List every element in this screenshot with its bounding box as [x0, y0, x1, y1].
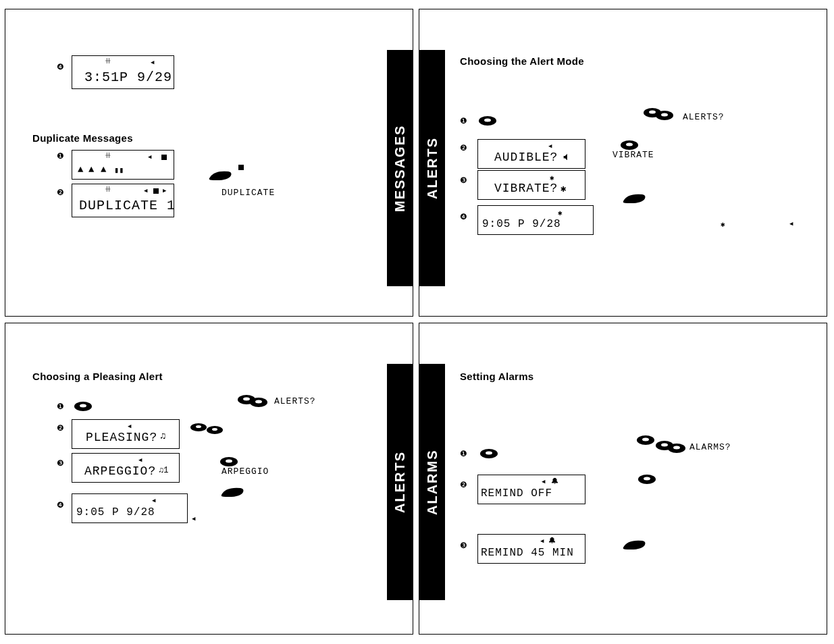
step-3-marker: ❸ — [57, 458, 64, 468]
svg-point-13 — [255, 400, 262, 404]
vibrate-icon: ✱ — [558, 209, 563, 217]
pager-button-icon — [622, 538, 646, 550]
bell-icon: 🔔︎ — [551, 477, 559, 487]
pager-button-icon — [479, 448, 499, 460]
caption-duplicate: DUPLICATE — [221, 188, 275, 198]
right-arrow-icon: ▶ — [163, 187, 166, 194]
lcd-vibrate-text: VIBRATE? — [494, 182, 558, 195]
svg-point-21 — [486, 452, 492, 455]
pager-button-icon — [477, 115, 498, 127]
step-1-marker: ❶ — [57, 402, 64, 411]
step-3-marker: ❸ — [460, 541, 467, 550]
svg-point-29 — [644, 477, 650, 481]
step-4-marker: ❹ — [57, 500, 64, 510]
step-3-marker: ❸ — [460, 176, 467, 185]
step-4-marker: ❹ — [460, 212, 467, 221]
pager-button-icon — [637, 473, 657, 485]
pager-button-icon — [249, 396, 269, 408]
tower-icon: ▲ — [101, 164, 106, 175]
step-2-marker: ❷ — [460, 143, 467, 153]
signal-icon: ꔠ — [105, 186, 111, 194]
tab-alarms: ALARMS — [419, 364, 445, 600]
lcd-arpeggio-text: ARPEGGIO? — [84, 464, 156, 478]
pager-button-icon — [220, 485, 244, 498]
left-arrow-icon: ◀ — [128, 423, 131, 430]
square-icon — [238, 165, 244, 170]
signal-icon: ꔠ — [105, 57, 111, 65]
svg-point-1 — [484, 119, 491, 122]
lcd-arpeggio: ◀ ARPEGGIO? ♫1 — [72, 453, 180, 483]
music-note-icon: ♫ — [160, 431, 165, 441]
svg-point-5 — [661, 113, 668, 117]
heading-alert-mode: Choosing the Alert Mode — [460, 55, 584, 67]
pager-button-icon — [205, 425, 224, 435]
svg-point-17 — [212, 428, 217, 431]
heading-setting-alarms: Setting Alarms — [460, 371, 534, 382]
lcd-remind-off: ◀ 🔔︎ REMIND OFF — [477, 475, 585, 504]
lcd-time: ◀ 9:05 P 9/28 — [72, 493, 188, 523]
heading-pleasing-alert: Choosing a Pleasing Alert — [32, 371, 163, 382]
vibrate-icon: ✱ — [721, 220, 725, 229]
step-2-marker: ❷ — [57, 423, 64, 433]
lcd-remind-45-text: REMIND 45 MIN — [481, 547, 574, 559]
pager-button-icon — [622, 192, 646, 204]
lcd-time: ꔠ ◀ 3:51P 9/29 — [72, 55, 174, 89]
svg-point-9 — [80, 404, 86, 408]
lcd-pleasing-text: PLEASING? — [86, 431, 157, 444]
caption-arpeggio: ARPEGGIO — [221, 466, 269, 477]
step-1-marker: ❶ — [460, 449, 467, 458]
square-icon — [161, 155, 167, 160]
caption-alerts: ALERTS? — [683, 112, 725, 122]
left-arrow-icon: ◀ — [542, 478, 545, 485]
left-arrow-icon: ◀ — [789, 220, 793, 227]
lcd-audible: ◀ AUDIBLE? 🔈︎ — [477, 139, 585, 169]
pager-button-icon — [208, 169, 232, 181]
panel-pleasing-alert: ALERTS Choosing a Pleasing Alert ❶ ALERT… — [5, 323, 413, 635]
lcd-time-text: 9:05 P 9/28 — [76, 506, 155, 518]
lcd-time-text: 9:05 P 9/28 — [482, 218, 561, 230]
lcd-icons: ꔠ ◀ ▲ ▲ ▲ ▮▮ — [72, 150, 174, 180]
lcd-time-text: 3:51P 9/29 — [84, 70, 172, 85]
pager-button-icon — [635, 434, 656, 446]
vibrate-icon: ✱ — [561, 183, 566, 194]
lcd-duplicate-text: DUPLICATE 1 — [79, 198, 176, 213]
panel-alert-mode: ALERTS Choosing the Alert Mode ❶ ALERTS?… — [419, 9, 827, 317]
lcd-duplicate: ꔠ ◀ ▶ DUPLICATE 1 — [72, 184, 174, 217]
square-icon — [153, 188, 159, 194]
music-note-icon: ♫1 — [159, 466, 168, 475]
pager-button-icon — [654, 109, 675, 122]
panel-messages: MESSAGES ❹ ꔠ ◀ 3:51P 9/29 Duplicate Mess… — [5, 9, 413, 317]
lcd-vibrate: ✱ VIBRATE? ✱ — [477, 170, 585, 200]
signal-icon: ꔠ — [105, 152, 111, 160]
caption-alarms: ALARMS? — [689, 442, 731, 452]
tower-icon: ▲ — [78, 164, 83, 175]
step-4-marker: ❹ — [57, 62, 64, 72]
lcd-audible-text: AUDIBLE? — [494, 151, 558, 164]
svg-point-23 — [642, 438, 649, 441]
left-arrow-icon: ◀ — [152, 497, 155, 504]
speaker-icon: 🔈︎ — [561, 152, 570, 163]
svg-point-15 — [196, 425, 201, 428]
tower-icon: ▲ — [88, 164, 94, 175]
step-2-marker: ❷ — [460, 480, 467, 489]
pause-icon: ▮▮ — [114, 165, 124, 176]
caption-alerts: ALERTS? — [274, 396, 316, 406]
left-arrow-icon: ◀ — [144, 187, 147, 194]
caption-vibrate: VIBRATE — [613, 150, 654, 160]
lcd-time: ✱ 9:05 P 9/28 — [477, 205, 594, 235]
bell-icon: 🔔︎ — [548, 536, 556, 546]
left-arrow-icon: ◀ — [548, 142, 552, 150]
svg-point-27 — [673, 446, 680, 450]
tab-alerts: ALERTS — [419, 50, 445, 286]
left-arrow-icon: ◀ — [192, 515, 195, 522]
left-arrow-icon: ◀ — [540, 537, 544, 545]
pager-button-icon — [667, 442, 687, 454]
lcd-remind-45: ◀ 🔔︎ REMIND 45 MIN — [477, 534, 585, 564]
svg-point-19 — [226, 460, 232, 463]
tab-messages: MESSAGES — [387, 50, 413, 286]
left-arrow-icon: ◀ — [151, 59, 154, 66]
tab-alerts: ALERTS — [387, 364, 413, 600]
svg-point-7 — [626, 143, 633, 146]
lcd-remind-off-text: REMIND OFF — [481, 487, 552, 500]
left-arrow-icon: ◀ — [148, 153, 151, 161]
